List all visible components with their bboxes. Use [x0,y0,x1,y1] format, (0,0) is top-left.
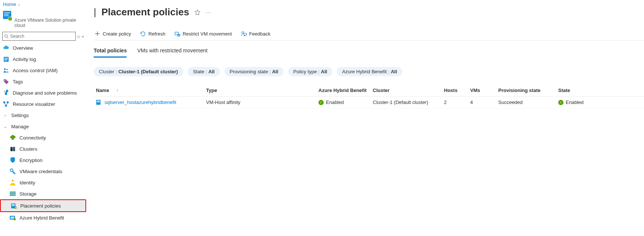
nav-resource-visualizer[interactable]: Resource visualizer [0,98,86,110]
cell-type: VM-Host affinity [206,99,318,105]
identity-icon [10,180,16,186]
chevron-right-icon: › [3,113,7,117]
svg-point-17 [10,169,13,172]
nav-storage[interactable]: Storage [0,188,86,199]
nav-vmware-credentials[interactable]: VMware credentials [0,166,86,177]
nav-identity[interactable]: Identity [0,177,86,188]
svg-rect-24 [12,205,15,206]
col-header-state[interactable]: State [558,88,599,93]
resource-icon: ✓ [3,11,11,20]
svg-rect-9 [3,101,5,103]
col-header-name[interactable]: Name ↑ [94,88,206,93]
svg-rect-16 [13,147,14,148]
cell-ahb: ✓Enabled [318,99,373,105]
chevron-right-icon: › [18,2,20,7]
activity-log-icon [3,56,9,62]
svg-point-8 [4,80,5,80]
tag-icon [3,79,9,85]
svg-line-1 [7,37,8,38]
breadcrumb-home[interactable]: Home [3,1,16,7]
diagnose-icon [3,90,9,96]
sort-asc-icon: ↑ [117,88,118,92]
filter-ahb[interactable]: Azure Hybrid Benefit : All [337,67,402,76]
filter-row: Cluster : Cluster-1 (Default cluster) St… [94,67,644,76]
nav-diagnose[interactable]: Diagnose and solve problems [0,87,86,98]
nav-settings-group[interactable]: › Settings [0,110,86,121]
cell-state: ✓Enabled [558,99,599,105]
table-header: Name ↑ Type Azure Hybrid Benefit Cluster… [94,85,644,96]
table-row[interactable]: sqlserver_hostazurehybridbenefit VM-Host… [94,96,644,108]
key-icon [10,168,16,174]
svg-rect-21 [10,194,16,196]
title-separator: | [94,6,96,18]
svg-rect-27 [10,217,14,219]
nav-tags[interactable]: Tags [0,76,86,87]
policy-icon [96,99,102,105]
svg-rect-35 [97,101,100,101]
svg-rect-3 [4,58,7,58]
svg-point-28 [13,218,16,220]
nav-clusters[interactable]: Clusters [0,143,86,154]
svg-rect-20 [10,193,16,194]
resource-header: ✓ Azure VMware Solution private cloud [0,9,86,30]
filter-cluster[interactable]: Cluster : Cluster-1 (Default cluster) [94,67,183,76]
search-input[interactable] [9,34,74,39]
col-header-provisioning[interactable]: Provisioning state [498,88,558,93]
chevron-down-icon: ⌄ [3,125,7,129]
nav-activity-log[interactable]: Activity log [0,53,86,65]
svg-rect-5 [4,60,7,60]
col-header-ahb[interactable]: Azure Hybrid Benefit [318,88,373,93]
page-title: Placement policies [102,6,189,18]
feedback-icon [241,31,247,37]
svg-point-6 [4,68,6,70]
filter-policy-type[interactable]: Policy type : All [288,67,332,76]
placement-policies-icon [10,203,16,209]
col-header-type[interactable]: Type [206,88,318,93]
nav-encryption[interactable]: Encryption [0,154,86,166]
svg-rect-15 [11,147,12,148]
cloud-icon [3,45,9,51]
more-button[interactable]: ··· [206,9,211,15]
toolbar: Create policy Refresh Restrict VM moveme… [94,31,644,41]
cell-hosts: 2 [444,99,470,105]
nav-connectivity[interactable]: Connectivity [0,132,86,143]
svg-rect-10 [7,101,9,103]
svg-rect-12 [12,138,14,140]
svg-rect-14 [13,147,15,151]
open-external-icon[interactable]: ◇ [77,34,80,39]
feedback-button[interactable]: Feedback [241,31,270,37]
cell-provisioning: Succeeded [498,99,558,105]
nav-manage-group[interactable]: ⌄ Manage [0,121,86,132]
main-content: | Placement policies ··· Create policy R… [86,9,644,231]
check-icon: ✓ [318,100,324,105]
filter-state[interactable]: State : All [188,67,220,76]
search-icon [4,34,9,39]
col-header-vms[interactable]: VMs [470,88,498,93]
search-input-wrapper[interactable] [2,32,76,41]
create-policy-button[interactable]: Create policy [94,31,131,37]
visualizer-icon [3,101,9,107]
nav-placement-policies[interactable]: Placement policies [1,200,85,211]
tab-total-policies[interactable]: Total policies [94,47,127,58]
collapse-sidebar-icon[interactable]: « [82,34,84,39]
refresh-button[interactable]: Refresh [140,31,166,37]
svg-rect-11 [5,105,7,107]
nav-access-control[interactable]: Access control (IAM) [0,65,86,76]
policies-table: Name ↑ Type Azure Hybrid Benefit Cluster… [94,85,644,108]
svg-point-7 [6,69,8,70]
svg-point-32 [242,31,244,33]
svg-point-0 [5,35,8,38]
refresh-icon [140,31,146,37]
col-header-cluster[interactable]: Cluster [373,88,444,93]
col-header-hosts[interactable]: Hosts [444,88,470,93]
nav-azure-hybrid-benefit[interactable]: Azure Hybrid Benefit [0,212,86,223]
tab-restricted-vms[interactable]: VMs with restricted movement [137,47,208,57]
favorite-button[interactable] [194,9,200,15]
nav-overview[interactable]: Overview [0,42,86,53]
restrict-vm-button[interactable]: Restrict VM movement [174,31,232,37]
ahb-icon [10,215,16,221]
svg-rect-18 [12,180,13,182]
svg-rect-23 [12,204,15,205]
filter-provisioning-state[interactable]: Provisioning state : All [224,67,284,76]
policy-name-link[interactable]: sqlserver_hostazurehybridbenefit [105,99,176,105]
